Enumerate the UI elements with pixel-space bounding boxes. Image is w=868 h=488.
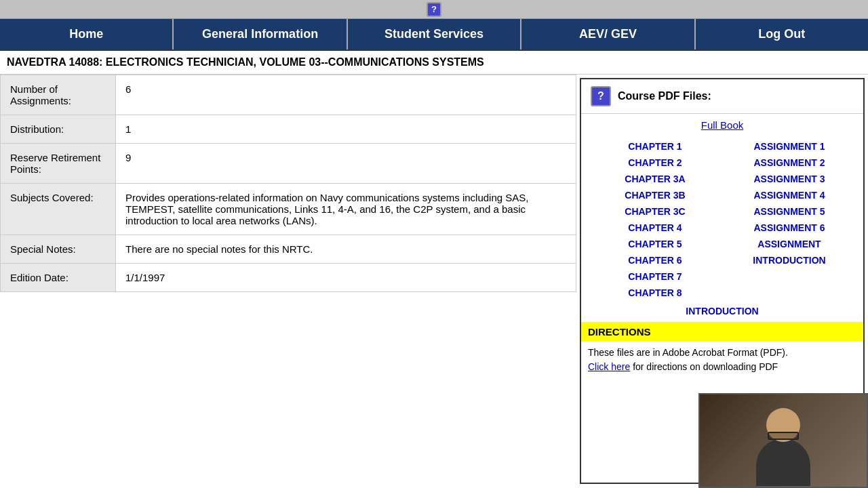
click-here-link[interactable]: Click here (588, 361, 630, 372)
pdf-help-icon: ? (591, 86, 611, 106)
nav-bar: Home General Information Student Service… (0, 19, 868, 51)
assignment-5-link[interactable]: ASSIGNMENT 5 (722, 204, 856, 219)
introduction-bottom-link[interactable]: INTRODUCTION (683, 304, 761, 319)
row-special-notes: Special Notes: There are no special note… (1, 235, 576, 264)
row-reserve-points: Reserve Retirement Points: 9 (1, 144, 576, 184)
value-distribution: 1 (116, 115, 576, 144)
row-distribution: Distribution: 1 (1, 115, 576, 144)
row-subjects: Subjects Covered: Provides operations-re… (1, 184, 576, 235)
person-body (756, 439, 810, 486)
label-distribution: Distribution: (1, 115, 116, 144)
row-assignments: Number of Assignments: 6 (1, 75, 576, 115)
label-subjects: Subjects Covered: (1, 184, 116, 235)
label-edition-date: Edition Date: (1, 264, 116, 292)
assignment-4-link[interactable]: ASSIGNMENT 4 (722, 188, 856, 203)
webcam-overlay (698, 393, 868, 488)
pdf-header-title: Course PDF Files: (618, 90, 711, 102)
assignment-link[interactable]: ASSIGNMENT (722, 237, 856, 251)
intro-row: INTRODUCTION (581, 303, 863, 319)
label-special-notes: Special Notes: (1, 235, 116, 264)
person-head (766, 408, 800, 442)
value-subjects: Provides operations-related information … (116, 184, 576, 235)
value-edition-date: 1/1/1997 (116, 264, 576, 292)
label-assignments: Number of Assignments: (1, 75, 116, 115)
nav-home[interactable]: Home (0, 19, 174, 49)
value-special-notes: There are no special notes for this NRTC… (116, 235, 576, 264)
chapter-1-link[interactable]: CHAPTER 1 (588, 139, 722, 154)
directions-text-content: These files are in Adobe Acrobat Format … (588, 347, 788, 358)
full-book-section: Full Book (581, 114, 863, 136)
value-reserve-points: 9 (116, 144, 576, 184)
nav-general-information[interactable]: General Information (174, 19, 347, 49)
chapter-4-link[interactable]: CHAPTER 4 (588, 220, 722, 235)
full-book-link[interactable]: Full Book (701, 119, 744, 131)
value-assignments: 6 (116, 75, 576, 115)
assignment-6-link[interactable]: ASSIGNMENT 6 (722, 220, 856, 235)
chapter-5-link[interactable]: CHAPTER 5 (588, 237, 722, 251)
chapter-6-link[interactable]: CHAPTER 6 (588, 253, 722, 268)
chapter-3b-link[interactable]: CHAPTER 3B (588, 188, 722, 203)
pdf-header: ? Course PDF Files: (581, 79, 863, 114)
assignment-3-link[interactable]: ASSIGNMENT 3 (722, 171, 856, 186)
assignment-1-link[interactable]: ASSIGNMENT 1 (722, 139, 856, 154)
label-reserve-points: Reserve Retirement Points: (1, 144, 116, 184)
chapter-7-link[interactable]: CHAPTER 7 (588, 269, 722, 284)
directions-section: DIRECTIONS (581, 322, 863, 342)
nav-log-out[interactable]: Log Out (696, 19, 868, 49)
chapter-8-link[interactable]: CHAPTER 8 (588, 285, 722, 300)
chapter-2-link[interactable]: CHAPTER 2 (588, 155, 722, 170)
introduction-link[interactable]: INTRODUCTION (722, 253, 856, 268)
help-icon-top[interactable]: ? (427, 2, 441, 17)
top-bar: ? (0, 0, 868, 19)
nav-student-services[interactable]: Student Services (348, 19, 521, 49)
assignment-2-link[interactable]: ASSIGNMENT 2 (722, 155, 856, 170)
directions-text: These files are in Adobe Acrobat Format … (581, 342, 863, 378)
row-edition-date: Edition Date: 1/1/1997 (1, 264, 576, 292)
webcam-video (700, 394, 867, 487)
chapters-assignments-grid: CHAPTER 1 ASSIGNMENT 1 CHAPTER 2 ASSIGNM… (581, 136, 863, 303)
page-title: NAVEDTRA 14088: ELECTRONICS TECHNICIAN, … (0, 51, 868, 75)
nav-aev-gev[interactable]: AEV/ GEV (521, 19, 695, 49)
directions-text2: for directions on downloading PDF (633, 361, 778, 372)
chapter-3c-link[interactable]: CHAPTER 3C (588, 204, 722, 219)
person-glasses (768, 432, 799, 440)
info-table: Number of Assignments: 6 Distribution: 1… (0, 75, 576, 292)
chapter-3a-link[interactable]: CHAPTER 3A (588, 171, 722, 186)
